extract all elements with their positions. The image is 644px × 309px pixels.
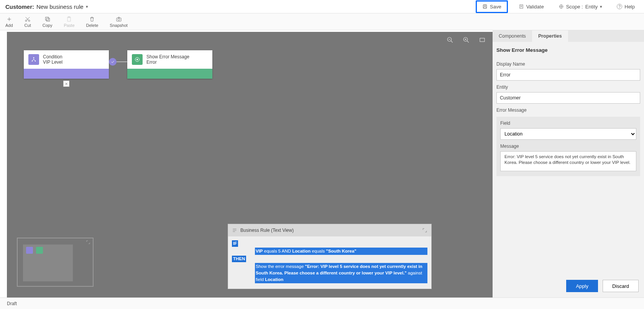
condition-subtitle: VIP Level [43, 59, 62, 65]
error-message-label: Error Message [496, 107, 640, 113]
display-name-label: Display Name [496, 61, 640, 67]
expand-icon[interactable] [86, 240, 90, 246]
false-branch-handle[interactable]: ✕ [63, 81, 69, 87]
condition-icon [28, 54, 39, 65]
svg-rect-3 [520, 5, 523, 8]
status-text: Draft [7, 301, 17, 306]
display-name-input[interactable] [496, 69, 640, 81]
action-expression: Show the error message "Error: VIP level… [255, 263, 427, 283]
properties-section-title: Show Error Message [496, 47, 640, 53]
rule-name: New business rule [36, 3, 84, 10]
error-title: Show Error Message [146, 54, 189, 59]
save-icon [482, 4, 488, 9]
condition-footer [24, 69, 109, 79]
add-button[interactable]: Add [5, 16, 13, 28]
message-textarea[interactable] [500, 151, 636, 171]
help-button[interactable]: ? Help [613, 2, 639, 12]
svg-rect-26 [480, 38, 485, 42]
minimap-error-icon [36, 247, 43, 254]
plus-icon [6, 16, 12, 22]
entity-prefix: Customer: [5, 3, 34, 10]
svg-line-20 [451, 41, 453, 43]
scope-selector[interactable]: Scope : Entity ▾ [555, 2, 606, 12]
field-select[interactable]: Location [500, 128, 636, 140]
fit-icon[interactable] [479, 36, 486, 43]
snapshot-button[interactable]: Snapshot [110, 16, 127, 28]
entity-input[interactable] [496, 92, 640, 104]
svg-line-23 [467, 41, 469, 43]
text-view-panel: Business Rule (Text View) IF VIP equals … [228, 224, 432, 289]
expand-icon[interactable] [422, 228, 427, 233]
condition-expression: VIP equals 5 AND Location equals "South … [255, 248, 427, 255]
trash-icon [89, 16, 95, 22]
zoom-in-icon[interactable] [463, 36, 470, 43]
help-icon: ? [617, 4, 622, 9]
paste-button: Paste [64, 16, 74, 28]
apply-button[interactable]: Apply [566, 280, 598, 292]
error-footer [127, 69, 212, 79]
error-subtitle: Error [146, 59, 189, 65]
scope-icon [559, 4, 564, 9]
svg-point-31 [136, 59, 138, 60]
minimap-viewport [23, 245, 73, 281]
message-label: Message [500, 144, 636, 149]
entity-label: Entity [496, 84, 640, 90]
check-icon [109, 58, 117, 66]
validate-icon [519, 4, 524, 9]
svg-point-29 [35, 61, 36, 62]
cut-button[interactable]: Cut [25, 16, 31, 28]
validate-button[interactable]: Validate [515, 2, 548, 12]
svg-point-27 [33, 57, 34, 58]
delete-button[interactable]: Delete [86, 16, 99, 28]
then-keyword: THEN [232, 256, 246, 262]
camera-icon [116, 16, 122, 22]
design-canvas[interactable]: Condition VIP Level ✕ Show Error Message… [7, 32, 493, 297]
copy-icon [44, 16, 51, 22]
connector-true [109, 58, 127, 66]
condition-title: Condition [43, 54, 62, 59]
condition-node[interactable]: Condition VIP Level [24, 50, 109, 79]
discard-button[interactable]: Discard [603, 280, 639, 292]
page-title[interactable]: Customer: New business rule ▾ [5, 3, 88, 10]
svg-point-18 [118, 18, 120, 20]
svg-rect-14 [45, 17, 48, 20]
zoom-out-icon[interactable] [447, 36, 453, 43]
text-view-title: Business Rule (Text View) [240, 228, 294, 233]
error-node[interactable]: Show Error Message Error [127, 50, 212, 79]
field-label: Field [500, 121, 636, 126]
clipboard-icon [66, 16, 72, 22]
svg-rect-1 [484, 5, 486, 6]
tab-components[interactable]: Components [493, 30, 532, 42]
error-action-icon [132, 54, 143, 65]
save-button[interactable]: Save [476, 0, 508, 13]
minimap-condition-icon [26, 247, 33, 254]
svg-point-28 [32, 61, 33, 62]
chevron-down-icon: ▾ [600, 4, 602, 9]
tab-properties[interactable]: Properties [532, 30, 568, 42]
copy-button[interactable]: Copy [43, 16, 53, 28]
minimap[interactable] [17, 238, 94, 287]
if-keyword: IF [232, 240, 238, 247]
svg-rect-2 [484, 7, 486, 8]
chevron-down-icon: ▾ [86, 4, 88, 9]
scissors-icon [25, 16, 31, 22]
svg-rect-13 [46, 18, 49, 21]
text-view-icon [232, 228, 237, 233]
